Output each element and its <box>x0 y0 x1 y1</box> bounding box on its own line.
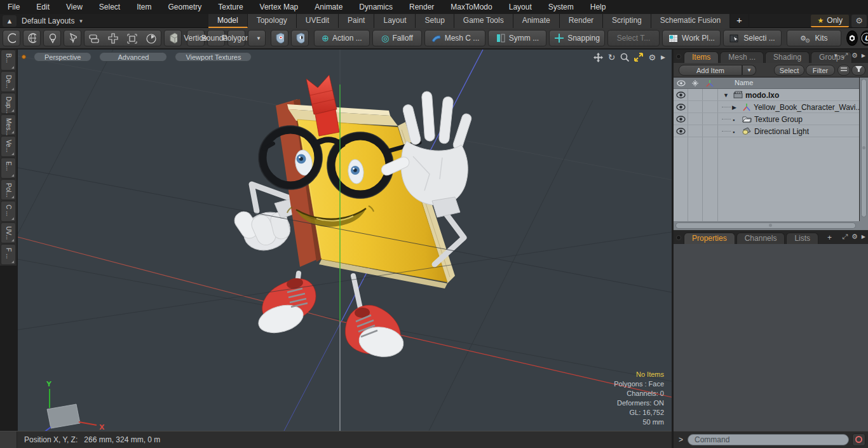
menu-view[interactable]: View <box>66 3 83 11</box>
only-favorites-button[interactable]: ★ Only <box>811 15 849 27</box>
tab-topology[interactable]: Topology <box>248 14 297 28</box>
selection-sets-button[interactable]: Selecti ... <box>723 30 782 46</box>
menu-maxtomodo[interactable]: MaxToModo <box>451 3 492 11</box>
pan-icon[interactable] <box>593 53 603 62</box>
pen-tool-button[interactable] <box>43 30 61 46</box>
tab-animate[interactable]: Animate <box>513 14 560 28</box>
add-panel-tab-button[interactable]: + <box>820 233 839 244</box>
tab-lists[interactable]: Lists <box>786 233 818 244</box>
unreal-badge-button[interactable]: U <box>860 31 868 46</box>
item-list-vertical-scrollbar[interactable] <box>860 78 868 221</box>
menu-system[interactable]: System <box>548 3 574 11</box>
item-list-horizontal-scrollbar[interactable] <box>674 221 868 230</box>
tab-properties[interactable]: Properties <box>684 233 735 244</box>
item-shield-button-2[interactable] <box>291 30 309 46</box>
tab-render[interactable]: Render <box>560 14 603 28</box>
tab-layout[interactable]: Layout <box>374 14 416 28</box>
maximize-icon[interactable] <box>634 53 643 62</box>
menu-vertex-map[interactable]: Vertex Map <box>260 3 299 11</box>
panel-gear-icon[interactable]: ⚙ <box>851 51 858 60</box>
tab-setup[interactable]: Setup <box>416 14 454 28</box>
menu-item[interactable]: Item <box>137 3 151 11</box>
tab-uvedit[interactable]: UVEdit <box>297 14 339 28</box>
action-center-button[interactable]: ⊕ Action ... <box>314 30 370 46</box>
toolbox-tab-basic[interactable]: B... <box>1 50 16 71</box>
menu-texture[interactable]: Texture <box>218 3 243 11</box>
eye-icon[interactable] <box>676 128 686 135</box>
filter-button[interactable]: Filter <box>806 65 835 76</box>
item-row-mesh[interactable]: ▶ Yellow_Book_Character_Wavi... <box>674 101 859 113</box>
add-item-dropdown-icon[interactable]: ▼ <box>742 65 756 76</box>
item-row-directional-light[interactable]: ▪ Directional Light <box>674 125 859 137</box>
tab-paint[interactable]: Paint <box>339 14 374 28</box>
toolbox-tab-uv[interactable]: UV... <box>1 222 16 243</box>
item-row-texture-group[interactable]: ▪ Texture Group <box>674 113 859 125</box>
menu-help[interactable]: Help <box>590 3 606 11</box>
tab-items[interactable]: Items <box>684 51 719 63</box>
falloff-button[interactable]: ◎ Falloff <box>372 30 422 46</box>
command-input[interactable] <box>688 434 849 445</box>
list-mode-button[interactable] <box>837 65 850 76</box>
item-name[interactable]: modo.lxo <box>745 91 779 100</box>
panel-expand-icon[interactable]: ⤢ <box>842 233 848 241</box>
unity-badge-button[interactable] <box>846 31 858 46</box>
panel-flyout-icon[interactable]: ▶ <box>862 234 865 240</box>
eye-icon[interactable] <box>676 104 686 111</box>
zoom-icon[interactable] <box>620 53 629 62</box>
layout-gear-button[interactable]: ⚙ <box>851 15 867 27</box>
tab-schematic-fusion[interactable]: Schematic Fusion <box>651 14 730 28</box>
eye-icon[interactable] <box>676 116 686 123</box>
filter-funnel-button[interactable] <box>851 65 865 76</box>
snapping-button[interactable]: Snapping <box>549 30 605 46</box>
select-button[interactable]: Select <box>774 65 804 76</box>
panel-thumb-icon[interactable] <box>676 235 681 240</box>
toolbox-tab-duplicate[interactable]: Dup... <box>1 93 16 114</box>
record-macro-button[interactable] <box>852 433 865 446</box>
menu-select[interactable]: Select <box>99 3 120 11</box>
toolbox-tab-edge[interactable]: E... <box>1 158 16 179</box>
select-through-button[interactable]: Select T... <box>607 30 660 46</box>
viewport-gear-icon[interactable]: ⚙ <box>648 53 656 62</box>
layout-selector-dropdown[interactable]: Default Layouts ▼ <box>22 14 83 28</box>
item-name[interactable]: Directional Light <box>754 127 809 136</box>
viewport-projection-button[interactable]: Perspective <box>34 52 92 62</box>
tab-mesh-ops[interactable]: Mesh ... <box>720 51 764 63</box>
viewport-flyout-icon[interactable]: ▶ <box>661 54 665 60</box>
viewport-texture-button[interactable]: Viewport Textures <box>175 52 252 62</box>
toolbox-tab-polygon[interactable]: Pol... <box>1 179 16 200</box>
orbit-icon[interactable]: ↻ <box>608 52 616 62</box>
toolbox-tab-fusion[interactable]: F ... <box>1 244 16 265</box>
toolbox-tab-mesh[interactable]: Mes... <box>1 114 16 135</box>
menu-animate[interactable]: Animate <box>315 3 342 11</box>
tab-shading[interactable]: Shading <box>765 51 810 63</box>
item-row-scene[interactable]: ▼ modo.lxo <box>674 89 859 101</box>
tab-scripting[interactable]: Scripting <box>603 14 651 28</box>
item-shield-button-1[interactable] <box>271 30 288 46</box>
menu-render[interactable]: Render <box>409 3 434 11</box>
kits-button[interactable]: ⚙⚙ Kits <box>787 30 841 46</box>
toolbox-tab-curves[interactable]: C ... <box>1 201 16 222</box>
viewport-thumb-icon[interactable] <box>22 55 26 59</box>
mesh-constraint-button[interactable]: Mesh C ... <box>424 30 485 46</box>
radial-tool-button[interactable] <box>142 31 161 47</box>
element-move-button[interactable] <box>64 30 81 46</box>
item-tree-list[interactable]: Name ▼ modo.lxo ▶ Yellow_Book_Character_… <box>674 78 859 221</box>
menu-dynamics[interactable]: Dynamics <box>359 3 393 11</box>
polygons-mode-button[interactable]: Polygons <box>227 30 245 46</box>
collapse-triangle-icon[interactable]: ▶ <box>732 104 736 111</box>
panel-gear-icon[interactable]: ⚙ <box>851 233 858 241</box>
eye-icon[interactable] <box>676 92 686 98</box>
ellipse-primitive-button[interactable] <box>3 30 20 46</box>
expand-triangle-icon[interactable]: ▼ <box>723 92 729 98</box>
toolbox-tab-deform[interactable]: De... <box>1 71 16 92</box>
menu-edit[interactable]: Edit <box>36 3 50 11</box>
item-name[interactable]: Texture Group <box>754 115 803 124</box>
panel-expand-icon[interactable]: ⤢ <box>842 51 848 60</box>
book-character-model[interactable] <box>231 75 472 360</box>
viewport-3d[interactable]: Y X Z Perspective Advanced Viewport Text… <box>18 50 672 431</box>
toolbox-tab-vertex[interactable]: Ve... <box>1 136 16 157</box>
layout-up-icon[interactable]: ▲ <box>3 15 17 27</box>
work-plane-button[interactable]: Work Pl... <box>662 30 721 46</box>
symmetry-button[interactable]: Symm ... <box>488 30 546 46</box>
duplicate-tool-button[interactable] <box>85 31 104 47</box>
